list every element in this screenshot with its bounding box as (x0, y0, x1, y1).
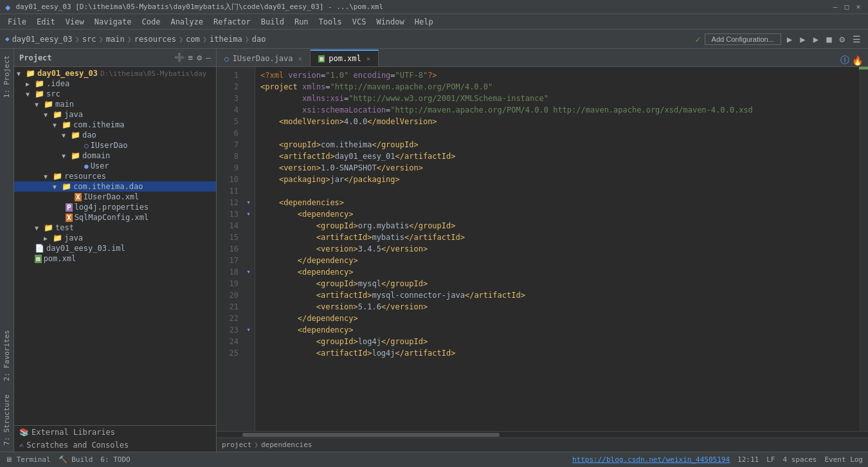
tree-item-java[interactable]: ▼ 📁 java (14, 109, 216, 120)
tree-item-sqlmap[interactable]: X SqlMapConfig.xml (14, 212, 216, 223)
tree-item-iml[interactable]: 📄 day01_eesy_03.iml (14, 243, 216, 253)
tree-item-iuserdao-xml[interactable]: X IUserDao.xml (14, 192, 216, 202)
tree-item-log4j[interactable]: P log4j.properties (14, 202, 216, 212)
layout-icon[interactable]: ☰ (851, 33, 863, 46)
settings-icon[interactable]: ⚙ (838, 33, 847, 46)
breadcrumb-project[interactable]: day01_eesy_03 (12, 35, 73, 44)
scrollbar-thumb[interactable] (242, 433, 500, 437)
minimize-button[interactable]: – (831, 3, 840, 12)
tree-item-com-itheima-dao[interactable]: ▼ 📁 com.itheima.dao (14, 181, 216, 192)
line-separator-indicator[interactable]: LF (766, 455, 775, 464)
project-icon: ◆ (5, 35, 10, 43)
menu-code[interactable]: Code (137, 16, 166, 28)
stop-button[interactable]: ■ (824, 33, 833, 46)
menu-edit[interactable]: Edit (32, 16, 60, 28)
tree-item-test-java[interactable]: ▶ 📁 java (14, 233, 216, 243)
breadcrumb-src[interactable]: src (82, 35, 96, 44)
csdn-link[interactable]: https://blog.csdn.net/weixin_44505194 (572, 455, 730, 464)
breadcrumb-itheima[interactable]: itheima (210, 35, 242, 44)
arrow-idea: ▶ (26, 80, 35, 87)
breadcrumb-project-bottom[interactable]: project (222, 441, 251, 449)
sidebar-item-structure[interactable]: 7: Structure (0, 388, 14, 452)
code-editor[interactable]: <?xml version="1.0" encoding="UTF-8"?> <… (255, 67, 859, 431)
sep3: ❯ (127, 35, 132, 44)
menu-vcs[interactable]: VCS (347, 16, 372, 28)
tree-item-src[interactable]: ▼ 📁 src (14, 89, 216, 99)
maximize-button[interactable]: □ (842, 3, 851, 12)
tree-item-root[interactable]: ▼ 📁 day01_eesy_03 D:\itheima\05-Mybatis\… (14, 68, 216, 78)
menu-build[interactable]: Build (256, 16, 289, 28)
menu-view[interactable]: View (60, 16, 89, 28)
terminal-button[interactable]: 🖥 Terminal (5, 455, 51, 464)
tree-label-pom: pom.xml (44, 254, 77, 263)
scratches-label: Scratches and Consoles (26, 441, 129, 450)
external-libraries-item[interactable]: 📚 External Libraries (14, 426, 216, 439)
menu-analyze[interactable]: Analyze (165, 16, 208, 28)
breadcrumb-dependencies-bottom[interactable]: dependencies (261, 441, 312, 449)
tree-item-iuserdao[interactable]: ○ IUserDao (14, 140, 216, 151)
title-bar-controls[interactable]: – □ ✕ (831, 3, 863, 12)
tree-item-resources[interactable]: ▼ 📁 resources (14, 171, 216, 181)
tree-item-com-itheima[interactable]: ▼ 📁 com.itheima (14, 120, 216, 130)
menu-navigate[interactable]: Navigate (89, 16, 137, 28)
menu-run[interactable]: Run (289, 16, 314, 28)
tree-label-iml: day01_eesy_03.iml (46, 244, 125, 253)
tree-item-domain[interactable]: ▼ 📁 domain (14, 151, 216, 161)
file-tree: ▼ 📁 day01_eesy_03 D:\itheima\05-Mybatis\… (14, 67, 216, 425)
menu-window[interactable]: Window (371, 16, 409, 28)
chrome-icon[interactable]: Ⓘ (840, 55, 849, 66)
run-button[interactable]: ▶ (785, 33, 794, 46)
breadcrumb-main[interactable]: main (106, 35, 125, 44)
debug-button[interactable]: ▶ (798, 33, 807, 46)
arrow-src: ▼ (26, 91, 35, 98)
tab-close-pom[interactable]: × (366, 55, 371, 63)
firefox-icon[interactable]: 🔥 (852, 55, 863, 66)
folder-icon-dao: 📁 (71, 131, 80, 140)
tab-close-iuserdao[interactable]: × (298, 55, 303, 63)
tree-item-idea[interactable]: ▶ 📁 .idea (14, 78, 216, 89)
todo-button[interactable]: 6: TODO (100, 455, 130, 464)
horizontal-scrollbar[interactable] (217, 431, 868, 437)
sidebar-item-project[interactable]: 1: Project (0, 49, 14, 104)
folder-icon-com-itheima: 📁 (62, 120, 71, 129)
add-icon[interactable]: ➕ (174, 53, 185, 62)
scratches-item[interactable]: ✍ Scratches and Consoles (14, 439, 216, 452)
close-button[interactable]: ✕ (854, 3, 863, 12)
breadcrumb-dao[interactable]: dao (252, 35, 266, 44)
run-config-button[interactable]: Add Configuration... (705, 33, 781, 45)
tab-pom[interactable]: m pom.xml × (311, 50, 379, 66)
tab-iuserdao[interactable]: ○ IUserDao.java × (217, 50, 311, 66)
tree-item-user[interactable]: ● User (14, 161, 216, 171)
menu-help[interactable]: Help (410, 16, 439, 28)
breadcrumb-com[interactable]: com (186, 35, 200, 44)
xml-file-icon: m (318, 55, 325, 62)
editor-area: ○ IUserDao.java × m pom.xml × Ⓘ 🔥 12345 … (217, 49, 868, 452)
sep2: ❯ (98, 35, 103, 44)
minimize-panel-icon[interactable]: – (206, 53, 211, 62)
tree-item-test[interactable]: ▼ 📁 test (14, 223, 216, 233)
build-button[interactable]: 🔨 Build (59, 455, 93, 464)
tree-item-dao[interactable]: ▼ 📁 dao (14, 130, 216, 140)
tree-label-test: test (55, 223, 74, 232)
fold-arrow-13[interactable]: ▾ (246, 208, 251, 220)
menu-refactor[interactable]: Refactor (208, 16, 256, 28)
menu-tools[interactable]: Tools (314, 16, 347, 28)
tree-label-user: User (91, 161, 109, 170)
menu-file[interactable]: File (3, 16, 32, 28)
sidebar-item-favorites[interactable]: 2: Favorites (0, 324, 14, 387)
settings-gear-icon[interactable]: ⚙ (197, 53, 202, 62)
fold-arrow-18[interactable]: ▾ (246, 266, 251, 278)
xml-icon-iuserdao: X (75, 193, 82, 201)
event-log-button[interactable]: Event Log (824, 455, 863, 464)
tree-label-idea: .idea (46, 79, 69, 88)
tree-item-main[interactable]: ▼ 📁 main (14, 99, 216, 109)
tree-label-com-itheima: com.itheima (73, 120, 124, 129)
fold-arrow-23[interactable]: ▾ (246, 324, 251, 336)
collapse-icon[interactable]: ≡ (188, 53, 194, 62)
breadcrumb-resources[interactable]: resources (134, 35, 176, 44)
indent-indicator[interactable]: 4 spaces (782, 455, 817, 464)
run-with-coverage-button[interactable]: ▶ (811, 33, 820, 46)
tree-item-pom[interactable]: m pom.xml (14, 253, 216, 264)
maven-icon: ✓ (695, 34, 700, 44)
fold-arrow-12[interactable]: ▾ (246, 197, 251, 208)
